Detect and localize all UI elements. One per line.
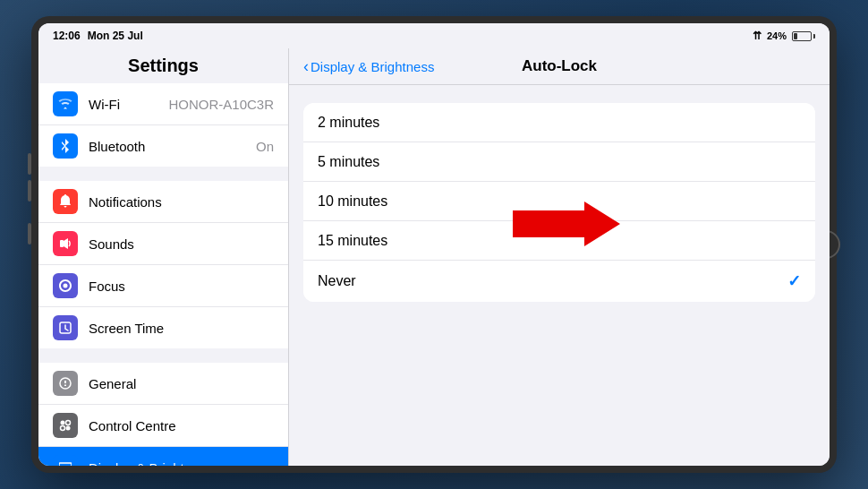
controlcentre-label: Control Centre <box>89 418 274 433</box>
svg-point-9 <box>66 426 71 431</box>
screentime-label: Screen Time <box>89 321 274 336</box>
section-gap-2 <box>38 356 288 363</box>
svg-point-7 <box>66 421 71 425</box>
ipad-frame: 12:06 Mon 25 Jul ⇈ 24% Settings <box>31 16 837 473</box>
checkmark-icon: ✓ <box>787 271 801 291</box>
screentime-icon <box>53 315 78 340</box>
content-area: Settings Wi-Fi HONOR-A10C3R <box>38 48 830 466</box>
svg-text:AA: AA <box>62 466 70 467</box>
wifi-label: Wi-Fi <box>89 97 168 112</box>
svg-point-8 <box>61 426 65 431</box>
sidebar-item-general[interactable]: General <box>38 363 288 405</box>
nav-bar: ‹ Display & Brightness Auto-Lock <box>289 48 830 85</box>
option-5min[interactable]: 5 minutes <box>303 142 815 182</box>
red-arrow <box>513 197 620 251</box>
option-2min[interactable]: 2 minutes <box>303 103 815 142</box>
sidebar-item-controlcentre[interactable]: Control Centre <box>38 405 288 447</box>
sidebar-section-connectivity: Wi-Fi HONOR-A10C3R Bluetooth On <box>38 83 288 167</box>
battery-percent: 24% <box>767 30 787 41</box>
option-5min-label: 5 minutes <box>318 154 801 170</box>
battery-tip <box>813 34 815 39</box>
status-left: 12:06 Mon 25 Jul <box>53 30 143 42</box>
sidebar-item-display[interactable]: AA Display & Brightness <box>38 447 288 466</box>
sidebar-title: Settings <box>38 48 288 83</box>
svg-rect-0 <box>60 240 64 247</box>
volume-down-button[interactable] <box>28 180 31 202</box>
focus-icon <box>53 273 78 298</box>
wifi-status-icon: ⇈ <box>753 30 762 42</box>
volume-buttons <box>28 153 31 244</box>
sidebar-item-focus[interactable]: Focus <box>38 265 288 307</box>
section-gap-1 <box>38 174 288 181</box>
date-display: Mon 25 Jul <box>88 30 143 42</box>
display-icon: AA <box>53 455 78 466</box>
svg-point-1 <box>64 284 68 288</box>
sounds-icon <box>53 231 78 256</box>
option-2min-label: 2 minutes <box>318 115 801 131</box>
sounds-label: Sounds <box>89 236 274 252</box>
battery-body <box>792 31 812 41</box>
wifi-value: HONOR-A10C3R <box>168 97 274 112</box>
wifi-icon <box>53 91 78 116</box>
general-label: General <box>89 376 274 391</box>
sidebar-item-bluetooth[interactable]: Bluetooth On <box>38 125 288 167</box>
main-content: ‹ Display & Brightness Auto-Lock 2 minut… <box>289 48 830 466</box>
sidebar-item-notifications[interactable]: Notifications <box>38 181 288 223</box>
sidebar-item-wifi[interactable]: Wi-Fi HONOR-A10C3R <box>38 83 288 125</box>
general-icon <box>53 371 78 396</box>
time-display: 12:06 <box>53 30 81 42</box>
ipad-screen: 12:06 Mon 25 Jul ⇈ 24% Settings <box>38 23 830 466</box>
sidebar-section-alerts: Notifications Sounds <box>38 181 288 348</box>
option-never-label: Never <box>318 273 787 289</box>
bluetooth-icon <box>53 133 78 159</box>
sidebar-item-screentime[interactable]: Screen Time <box>38 307 288 348</box>
nav-title: Auto-Lock <box>522 57 597 75</box>
back-chevron-icon: ‹ <box>303 57 309 76</box>
svg-point-6 <box>61 421 65 425</box>
display-label: Display & Brightness <box>89 460 274 467</box>
notifications-icon <box>53 189 78 214</box>
battery-fill <box>794 33 797 39</box>
sidebar-item-sounds[interactable]: Sounds <box>38 223 288 265</box>
controlcentre-icon <box>53 413 78 438</box>
bluetooth-label: Bluetooth <box>89 139 256 154</box>
sidebar: Settings Wi-Fi HONOR-A10C3R <box>38 48 289 466</box>
svg-marker-18 <box>513 202 620 246</box>
status-right: ⇈ 24% <box>753 30 815 42</box>
battery-icon <box>792 31 815 41</box>
back-label: Display & Brightness <box>311 59 434 74</box>
notifications-label: Notifications <box>89 194 274 210</box>
sidebar-section-main: General Control Centre <box>38 363 288 466</box>
status-bar: 12:06 Mon 25 Jul ⇈ 24% <box>38 23 830 48</box>
option-never[interactable]: Never ✓ <box>303 261 815 302</box>
bluetooth-value: On <box>256 139 274 154</box>
mute-button[interactable] <box>28 223 31 244</box>
focus-label: Focus <box>89 279 274 294</box>
volume-up-button[interactable] <box>28 153 31 175</box>
back-button[interactable]: ‹ Display & Brightness <box>303 57 434 76</box>
